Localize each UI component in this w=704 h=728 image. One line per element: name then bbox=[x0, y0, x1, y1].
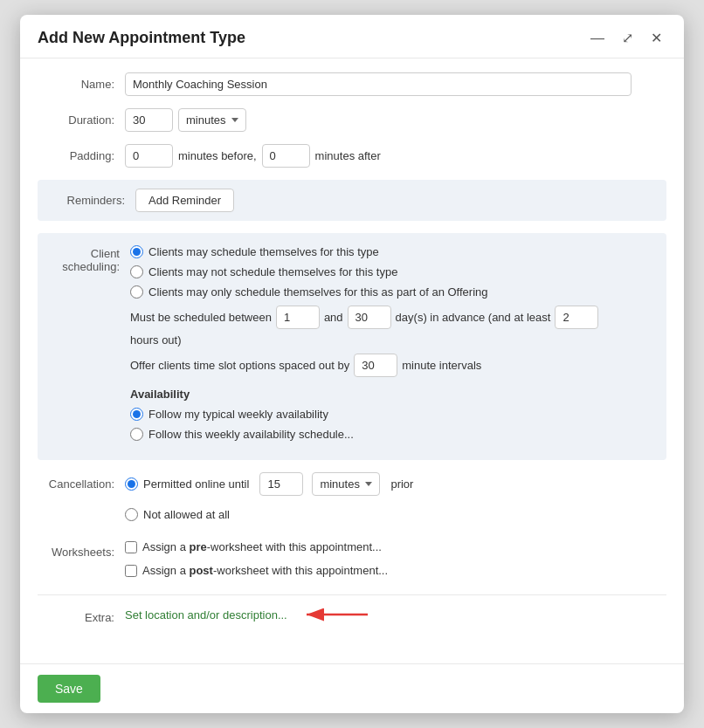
name-content bbox=[125, 72, 666, 96]
cancellation-minutes-input[interactable] bbox=[259, 472, 303, 496]
duration-row: Duration: minutes hours bbox=[38, 108, 666, 132]
scheduling-radio-3-label: Clients may only schedule themselves for… bbox=[148, 285, 488, 299]
padding-after-text: minutes after bbox=[315, 149, 381, 162]
scheduling-radio-1[interactable] bbox=[130, 245, 143, 258]
name-row: Name: bbox=[38, 72, 666, 96]
padding-after-input[interactable] bbox=[262, 144, 310, 168]
scheduling-radio-3[interactable] bbox=[130, 285, 143, 299]
post-worksheet-label: Assign a post-worksheet with this appoin… bbox=[142, 564, 388, 577]
cancellation-radio-1[interactable] bbox=[125, 477, 138, 491]
name-input[interactable] bbox=[125, 72, 632, 96]
extra-label: Extra: bbox=[38, 606, 125, 624]
worksheets-section: Worksheets: Assign a pre-worksheet with … bbox=[38, 540, 666, 582]
add-reminder-button[interactable]: Add Reminder bbox=[135, 189, 234, 212]
pre-worksheet-row: Assign a pre-worksheet with this appoint… bbox=[125, 540, 382, 553]
arrow-annotation bbox=[300, 604, 369, 625]
advance-text-2: day(s) in advance (and at least bbox=[396, 311, 551, 324]
extra-content: Set location and/or description... bbox=[125, 604, 666, 625]
post-worksheet-row: Assign a post-worksheet with this appoin… bbox=[125, 564, 388, 577]
reminders-row: Reminders: Add Reminder bbox=[38, 180, 666, 221]
cancellation-radio-2[interactable] bbox=[125, 508, 138, 521]
extra-link[interactable]: Set location and/or description... bbox=[125, 608, 287, 622]
duration-input[interactable] bbox=[125, 108, 173, 132]
duration-content: minutes hours bbox=[125, 108, 666, 132]
padding-content: minutes before, minutes after bbox=[125, 144, 666, 168]
slot-text-1: Offer clients time slot options spaced o… bbox=[130, 359, 349, 372]
padding-label: Padding: bbox=[38, 144, 125, 162]
cancellation-radio-1-label: Permitted online until bbox=[143, 477, 249, 491]
dialog: Add New Appointment Type — ⤢ ✕ Name: Dur… bbox=[20, 15, 684, 713]
padding-before-text: minutes before, bbox=[178, 149, 257, 162]
dialog-footer: Save bbox=[20, 663, 684, 713]
close-button[interactable]: ✕ bbox=[646, 30, 666, 47]
name-label: Name: bbox=[38, 72, 125, 91]
advance-row: Must be scheduled between and day(s) in … bbox=[130, 306, 652, 347]
cancellation-prior-text: prior bbox=[390, 477, 413, 491]
worksheets-label: Worksheets: bbox=[38, 540, 125, 559]
slot-text-2: minute intervals bbox=[402, 359, 481, 372]
restore-button[interactable]: ⤢ bbox=[618, 30, 638, 47]
scheduling-radio-2[interactable] bbox=[130, 265, 143, 278]
post-worksheet-checkbox[interactable] bbox=[125, 565, 137, 577]
cancellation-unit-select[interactable]: minutes hours days bbox=[312, 472, 380, 496]
dialog-header: Add New Appointment Type — ⤢ ✕ bbox=[20, 15, 684, 58]
client-scheduling-label: Client scheduling: bbox=[52, 245, 130, 448]
padding-row: Padding: minutes before, minutes after bbox=[38, 144, 666, 168]
cancellation-section: Cancellation: Permitted online until min… bbox=[38, 472, 666, 528]
advance-max-input[interactable] bbox=[348, 306, 391, 329]
advance-text-1: Must be scheduled between bbox=[130, 311, 272, 324]
client-scheduling-content: Clients may schedule themselves for this… bbox=[130, 245, 652, 448]
availability-radio-1-label: Follow my typical weekly availability bbox=[148, 408, 328, 421]
save-button[interactable]: Save bbox=[38, 675, 100, 703]
availability-radio-row-1: Follow my typical weekly availability bbox=[130, 408, 652, 421]
worksheets-content: Assign a pre-worksheet with this appoint… bbox=[125, 540, 666, 582]
pre-worksheet-checkbox[interactable] bbox=[125, 541, 137, 553]
cancellation-radio-row-2: Not allowed at all bbox=[125, 508, 230, 521]
minimize-button[interactable]: — bbox=[586, 30, 609, 47]
availability-radio-row-2: Follow this weekly availability schedule… bbox=[130, 428, 652, 441]
scheduling-radio-2-label: Clients may not schedule themselves for … bbox=[148, 265, 397, 278]
availability-title: Availability bbox=[130, 388, 652, 401]
pre-worksheet-label: Assign a pre-worksheet with this appoint… bbox=[142, 540, 382, 553]
advance-text-3: hours out) bbox=[130, 333, 182, 347]
dialog-title: Add New Appointment Type bbox=[38, 29, 245, 47]
advance-and: and bbox=[324, 311, 343, 324]
duration-unit-select[interactable]: minutes hours bbox=[178, 108, 246, 132]
advance-hours-input[interactable] bbox=[555, 306, 598, 329]
availability-radio-2-label: Follow this weekly availability schedule… bbox=[148, 428, 354, 441]
slot-row: Offer clients time slot options spaced o… bbox=[130, 354, 652, 377]
duration-label: Duration: bbox=[38, 108, 125, 127]
scheduling-radio-row-3: Clients may only schedule themselves for… bbox=[130, 285, 652, 299]
padding-before-input[interactable] bbox=[125, 144, 173, 168]
slot-value-input[interactable] bbox=[354, 354, 397, 377]
cancellation-radio-row-1: Permitted online until minutes hours day… bbox=[125, 472, 413, 496]
client-scheduling-section: Client scheduling: Clients may schedule … bbox=[38, 233, 666, 460]
availability-radio-1[interactable] bbox=[130, 408, 143, 421]
reminders-label: Reminders: bbox=[48, 194, 135, 207]
advance-min-input[interactable] bbox=[276, 306, 320, 329]
extra-row: Extra: Set location and/or description..… bbox=[38, 594, 666, 634]
scheduling-radio-row-2: Clients may not schedule themselves for … bbox=[130, 265, 652, 278]
scheduling-radio-row-1: Clients may schedule themselves for this… bbox=[130, 245, 652, 258]
dialog-body: Name: Duration: minutes hours Padding: m… bbox=[20, 58, 684, 663]
scheduling-radio-1-label: Clients may schedule themselves for this… bbox=[148, 245, 379, 258]
availability-radio-2[interactable] bbox=[130, 428, 143, 441]
cancellation-radio-2-label: Not allowed at all bbox=[143, 508, 230, 521]
cancellation-content: Permitted online until minutes hours day… bbox=[125, 472, 666, 528]
availability-section: Availability Follow my typical weekly av… bbox=[130, 388, 652, 441]
header-controls: — ⤢ ✕ bbox=[586, 30, 666, 47]
cancellation-label: Cancellation: bbox=[38, 472, 125, 491]
